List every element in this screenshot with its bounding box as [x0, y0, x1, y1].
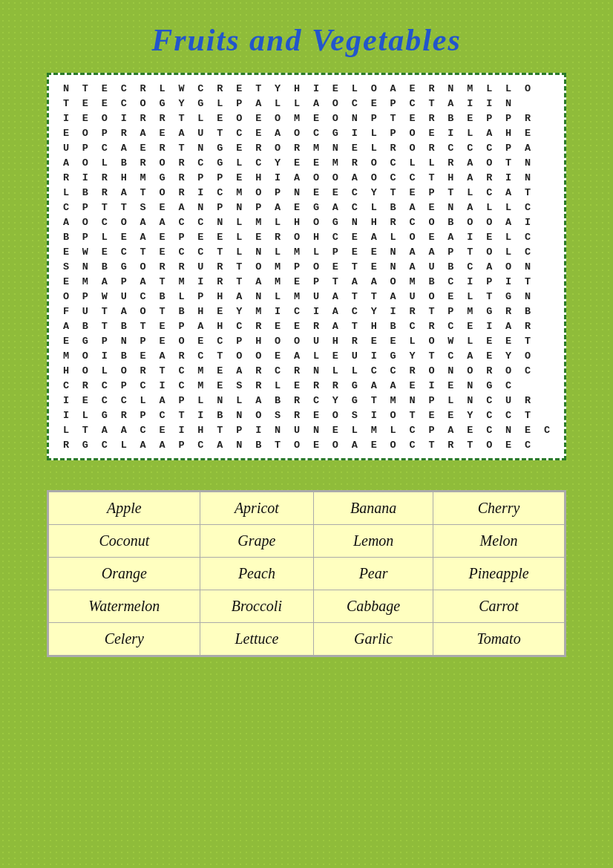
wordsearch-cell: T — [364, 393, 384, 408]
wordsearch-cell: R — [172, 155, 191, 170]
wordsearch-cell: N — [210, 393, 229, 408]
wordsearch-cell: I — [95, 348, 114, 363]
wordsearch-cell: H — [287, 81, 306, 96]
wordsearch-cell: C — [518, 244, 537, 259]
wordsearch-cell: E — [210, 304, 229, 319]
wordsearch-cell: T — [56, 96, 76, 111]
wordsearch-cell: R — [56, 437, 76, 452]
wordsearch-cell: E — [229, 81, 249, 96]
wordsearch-cell: P — [134, 408, 153, 422]
word-item: Banana — [314, 492, 433, 525]
wordsearch-cell: C — [95, 140, 114, 155]
wordsearch-cell: N — [268, 422, 287, 437]
wordsearch-cell: R — [479, 170, 499, 185]
wordsearch-cell: A — [460, 348, 479, 363]
wordsearch-cell: C — [345, 185, 364, 200]
wordsearch-cell: L — [499, 200, 518, 215]
wordsearch-cell: O — [422, 363, 442, 378]
wordsearch-cell: R — [422, 319, 442, 333]
wordsearch-cell: E — [229, 170, 249, 185]
wordsearch-cell: R — [287, 140, 306, 155]
wordsearch-cell: L — [76, 408, 95, 422]
wordsearch-cell: U — [114, 289, 134, 304]
wordsearch-cell: C — [249, 155, 268, 170]
wordsearch-cell: G — [326, 215, 345, 229]
wordsearch-cell: A — [95, 422, 114, 437]
wordsearch-cell: M — [460, 81, 479, 96]
wordsearch-cell: R — [518, 393, 537, 408]
wordsearch-cell: N — [499, 96, 518, 111]
wordsearch-cell: O — [76, 155, 95, 170]
wordsearch-cell: C — [191, 437, 210, 452]
wordsearch-cell: E — [499, 333, 518, 348]
wordsearch-cell: C — [95, 215, 114, 229]
wordsearch-cell: L — [268, 244, 287, 259]
page-title: Fruits and Vegetables — [30, 22, 583, 58]
wordsearch-cell: R — [326, 378, 345, 393]
wordsearch-cell: L — [364, 125, 384, 140]
wordsearch-cell: A — [114, 422, 134, 437]
wordsearch-cell: E — [229, 140, 249, 155]
wordsearch-cell: L — [460, 289, 479, 304]
wordsearch-cell: U — [345, 348, 364, 363]
word-item: Pear — [314, 558, 433, 590]
wordsearch-cell: N — [403, 393, 422, 408]
wordsearch-cell: A — [287, 170, 306, 185]
wordsearch-cell: M — [403, 274, 422, 289]
wordsearch-cell: I — [499, 274, 518, 289]
wordsearch-cell: B — [384, 319, 403, 333]
wordsearch-cell: A — [249, 393, 268, 408]
word-item: Watermelon — [49, 590, 200, 623]
wordsearch-cell: T — [153, 363, 172, 378]
wordsearch-cell: P — [499, 140, 518, 155]
wordsearch-cell: P — [422, 393, 442, 408]
wordsearch-cell: I — [76, 170, 95, 185]
wordsearch-cell: A — [345, 274, 364, 289]
word-item: Garlic — [314, 623, 433, 656]
wordsearch-cell: C — [403, 215, 422, 229]
wordsearch-cell: G — [479, 378, 499, 393]
wordsearch-cell: M — [306, 140, 326, 155]
wordsearch-cell: G — [210, 155, 229, 170]
wordsearch-cell: A — [422, 244, 442, 259]
word-item: Melon — [433, 525, 565, 558]
wordsearch-cell: A — [153, 348, 172, 363]
wordsearch-cell: L — [229, 229, 249, 244]
wordsearch-cell: Y — [499, 348, 518, 363]
wordsearch-cell: O — [326, 96, 345, 111]
wordsearch-cell: M — [268, 274, 287, 289]
wordsearch-cell: P — [172, 229, 191, 244]
wordsearch-cell: T — [210, 125, 229, 140]
wordsearch-container: NTECRLWCRETYHIELOAERNMLLOTEECOGYGLPALLAO… — [47, 73, 566, 460]
wordsearch-cell: R — [210, 274, 229, 289]
wordsearch-cell: N — [345, 215, 364, 229]
wordsearch-cell: N — [460, 393, 479, 408]
wordsearch-cell: R — [134, 155, 153, 170]
wordsearch-cell: R — [249, 363, 268, 378]
wordsearch-cell: L — [479, 81, 499, 96]
wordsearch-cell: L — [326, 363, 345, 378]
wordsearch-cell: O — [364, 155, 384, 170]
wordsearch-cell: N — [249, 289, 268, 304]
wordsearch-cell: C — [210, 333, 229, 348]
wordsearch-cell: L — [306, 244, 326, 259]
wordsearch-cell: G — [114, 259, 134, 274]
wordsearch-cell: T — [114, 200, 134, 215]
wordsearch-cell: N — [518, 289, 537, 304]
wordsearch-cell: M — [76, 274, 95, 289]
wordsearch-cell: I — [422, 378, 442, 393]
word-item: Lemon — [314, 525, 433, 558]
wordsearch-cell: E — [345, 229, 364, 244]
wordsearch-cell: E — [76, 96, 95, 111]
wordsearch-cell: B — [518, 304, 537, 319]
wordsearch-cell: O — [364, 170, 384, 185]
wordsearch-cell: R — [345, 333, 364, 348]
wordsearch-cell: N — [441, 200, 460, 215]
wordsearch-cell: A — [326, 200, 345, 215]
wordsearch-cell: E — [403, 185, 422, 200]
wordsearch-cell: I — [172, 422, 191, 437]
wordsearch-cell: O — [499, 363, 518, 378]
wordsearch-cell: L — [441, 393, 460, 408]
wordsearch-cell: A — [172, 125, 191, 140]
wordsearch-cell: L — [364, 200, 384, 215]
